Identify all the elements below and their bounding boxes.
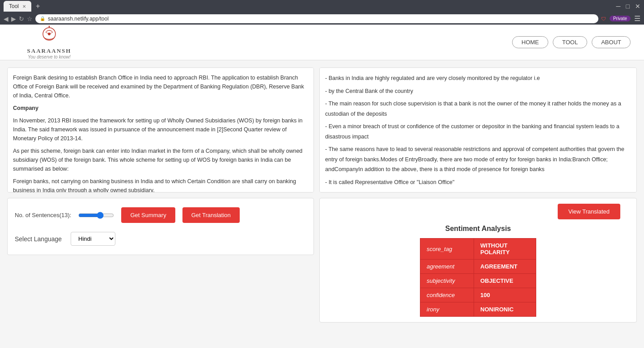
sentiment-table: score_tagWITHOUT POLARITYagreementAGREEM… bbox=[420, 238, 536, 317]
tab-close-btn[interactable]: ✕ bbox=[22, 4, 26, 9]
main-content: Foreign Bank desiring to establish Branc… bbox=[0, 60, 644, 348]
output-text-area[interactable]: - Banks in India are highly regulated an… bbox=[319, 67, 637, 193]
sentiment-title: Sentiment Analysis bbox=[445, 225, 511, 233]
nav-about-btn[interactable]: ABOUT bbox=[592, 36, 631, 48]
language-select[interactable]: HindiBengaliTamilTeluguMarathiGujarati bbox=[71, 232, 115, 246]
text-paragraph-2: In November, 2013 RBI issued the framewo… bbox=[13, 116, 308, 143]
window-controls: ─ □ ✕ bbox=[616, 3, 640, 10]
sentiment-value: AGREEMENT bbox=[474, 260, 536, 274]
back-btn[interactable]: ◀ bbox=[4, 15, 8, 22]
controls-area: No. of Sentences(13): Get Summary Get Tr… bbox=[7, 198, 314, 255]
sentences-label: No. of Sentences(13): bbox=[15, 212, 71, 218]
text-heading-2: Company bbox=[13, 104, 308, 113]
language-row: Select Language HindiBengaliTamilTeluguM… bbox=[15, 232, 306, 246]
right-line-5: - The same reasons have to lead to sever… bbox=[325, 144, 631, 175]
logo-tagline: You deserve to know! bbox=[28, 55, 71, 59]
header: SAARAANSH You deserve to know! HOME TOOL… bbox=[0, 25, 644, 60]
url-text: saaraansh.netlify.app/tool bbox=[48, 16, 109, 22]
tab-title: Tool bbox=[9, 3, 19, 9]
refresh-btn[interactable]: ↻ bbox=[19, 15, 24, 22]
sentiment-row: confidence100 bbox=[420, 288, 536, 302]
sentiment-key: score_tag bbox=[420, 239, 474, 260]
sentiment-row: subjectivityOBJECTIVE bbox=[420, 274, 536, 288]
maximize-btn[interactable]: □ bbox=[626, 3, 630, 10]
right-line-2: - by the Central Bank of the country bbox=[325, 86, 631, 96]
address-bar: ◀ ▶ ↻ ☆ 🔒 saaraansh.netlify.app/tool 🛡 P… bbox=[0, 13, 644, 25]
sentiment-value: NONIRONIC bbox=[474, 302, 536, 317]
close-btn[interactable]: ✕ bbox=[635, 3, 640, 10]
tab-bar: Tool ✕ + ─ □ ✕ bbox=[0, 0, 644, 13]
get-translation-button[interactable]: Get Translation bbox=[182, 207, 240, 223]
text-paragraph-3: As per this scheme, foreign bank can ent… bbox=[13, 147, 308, 173]
nav-tool-btn[interactable]: TOOL bbox=[553, 36, 587, 48]
text-bullet-1: Foreign banks, not carrying on banking b… bbox=[13, 177, 308, 193]
view-translated-button[interactable]: View Translated bbox=[558, 204, 620, 219]
controls-row: No. of Sentences(13): Get Summary Get Tr… bbox=[15, 207, 306, 223]
bookmark-btn[interactable]: ☆ bbox=[27, 15, 33, 22]
logo-icon bbox=[36, 25, 63, 47]
nav-links: HOME TOOL ABOUT bbox=[512, 36, 631, 48]
sentiment-key: subjectivity bbox=[420, 274, 474, 288]
slider-container bbox=[78, 212, 114, 219]
lock-icon: 🔒 bbox=[40, 16, 45, 21]
sentences-slider[interactable] bbox=[78, 212, 114, 219]
minimize-btn[interactable]: ─ bbox=[616, 3, 621, 10]
sentiment-row: agreementAGREEMENT bbox=[420, 260, 536, 274]
sentiment-key: confidence bbox=[420, 288, 474, 302]
active-tab[interactable]: Tool ✕ bbox=[4, 1, 31, 12]
url-box[interactable]: 🔒 saaraansh.netlify.app/tool bbox=[35, 14, 598, 23]
get-summary-button[interactable]: Get Summary bbox=[121, 207, 175, 223]
sentiment-row: ironyNONIRONIC bbox=[420, 302, 536, 317]
sentiment-value: 100 bbox=[474, 288, 536, 302]
right-line-1: - Banks in India are highly regulated an… bbox=[325, 73, 631, 84]
right-line-4: - Even a minor breach of trust or confid… bbox=[325, 122, 631, 142]
right-line-3: - The main reason for such close supervi… bbox=[325, 99, 631, 119]
svg-point-3 bbox=[49, 26, 50, 27]
left-panel: Foreign Bank desiring to establish Branc… bbox=[7, 67, 314, 341]
right-panel: - Banks in India are highly regulated an… bbox=[319, 67, 637, 341]
sentiment-key: agreement bbox=[420, 260, 474, 274]
logo-area: SAARAANSH You deserve to know! bbox=[13, 25, 85, 59]
menu-icon[interactable]: ☰ bbox=[634, 14, 640, 23]
browser-right-area: 🛡 Private ☰ bbox=[601, 14, 640, 23]
text-paragraph-1: Foreign Bank desiring to establish Branc… bbox=[13, 73, 308, 100]
private-badge: Private bbox=[610, 16, 631, 21]
logo-name: SAARAANSH bbox=[27, 47, 72, 55]
sentiment-key: irony bbox=[420, 302, 474, 317]
right-controls-area: View Translated Sentiment Analysis score… bbox=[319, 198, 637, 323]
sentiment-value: OBJECTIVE bbox=[474, 274, 536, 288]
sentiment-value: WITHOUT POLARITY bbox=[474, 239, 536, 260]
input-text-area[interactable]: Foreign Bank desiring to establish Branc… bbox=[7, 67, 314, 193]
sentiment-row: score_tagWITHOUT POLARITY bbox=[420, 239, 536, 260]
right-line-7: - There are certain reasons for which I … bbox=[325, 190, 631, 193]
right-line-6: - It is called Representative Office or … bbox=[325, 177, 631, 188]
svg-point-1 bbox=[48, 33, 51, 35]
page: SAARAANSH You deserve to know! HOME TOOL… bbox=[0, 25, 644, 348]
browser-chrome: Tool ✕ + ─ □ ✕ ◀ ▶ ↻ ☆ 🔒 saaraansh.netli… bbox=[0, 0, 644, 25]
new-tab-btn[interactable]: + bbox=[36, 2, 40, 10]
nav-home-btn[interactable]: HOME bbox=[512, 36, 548, 48]
shield-icon: 🛡 bbox=[601, 16, 606, 21]
forward-btn[interactable]: ▶ bbox=[11, 15, 16, 22]
select-language-label: Select Language bbox=[15, 235, 62, 243]
